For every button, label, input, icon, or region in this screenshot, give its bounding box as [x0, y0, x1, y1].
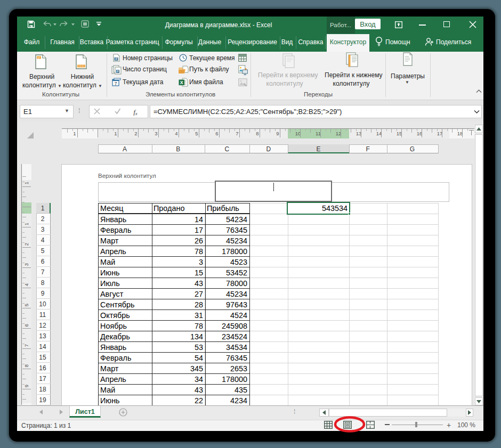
svg-text:fx: fx — [133, 108, 138, 116]
svg-text:X: X — [180, 80, 183, 85]
svg-text:7: 7 — [115, 81, 117, 86]
svg-text:#: # — [117, 69, 119, 73]
